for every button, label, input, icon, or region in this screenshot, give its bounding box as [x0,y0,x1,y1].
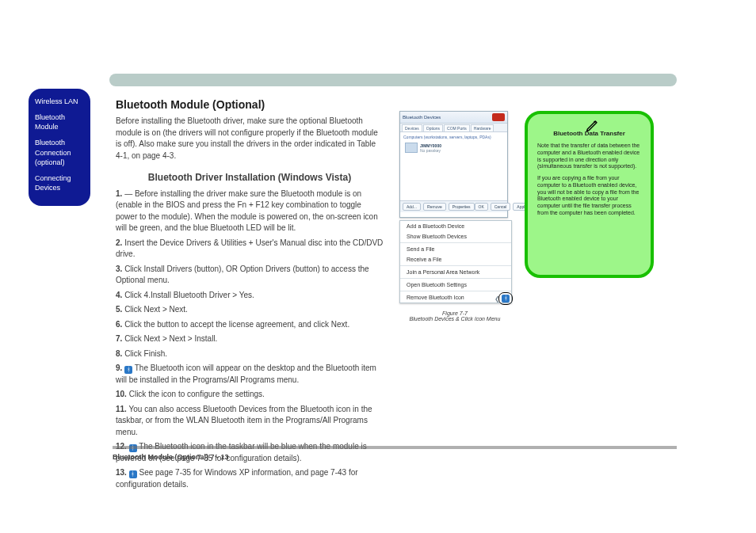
menu-separator [400,265,511,266]
cancel-button[interactable]: Cancel [491,203,511,211]
step-text: Insert the Device Drivers & Utilities + … [116,238,383,259]
section-bar [109,74,677,86]
device-name: JIMMY0000 [420,143,441,148]
step-text: Click the button to accept the license a… [124,320,349,329]
dialog-title-text: Bluetooth Devices [403,115,441,120]
step: 11. You can also access Bluetooth Device… [116,404,384,439]
device-status: No passkey [420,148,441,153]
step: 1. — Before installing the driver make s… [116,188,384,234]
ctx-send-file[interactable]: Send a File [400,244,511,254]
bluetooth-tray-icon[interactable]: ᚼ [502,295,510,303]
remove-button[interactable]: Remove [423,203,446,211]
tab-hardware[interactable]: Hardware [471,124,494,131]
footer-divider [113,446,677,449]
footer-left: Bluetooth Module (Optional) 7 - 13 [113,453,229,461]
note-body-1: Note that the transfer of data between t… [537,143,641,170]
sidebar-item: Bluetooth Module [35,112,84,131]
sidebar-panel: Wireless LAN Bluetooth Module Bluetooth … [29,89,90,206]
step: 6. Click the button to accept the licens… [116,319,384,331]
step-text: Click Next > Next > Install. [124,334,217,343]
note-panel: Bluetooth Data Transfer Note that the tr… [525,111,654,278]
step-text: Click Finish. [124,349,167,358]
device-item[interactable]: JIMMY0000 No passkey [403,141,504,154]
note-body-2: If you are copying a file from your comp… [537,175,641,217]
ctx-join-pan[interactable]: Join a Personal Area Network [400,267,511,277]
menu-separator [400,278,511,279]
step-text: Click Install Drivers (button), OR Optio… [116,265,369,285]
step-text: — Before installing the driver make sure… [116,189,378,233]
page-heading: Bluetooth Module (Optional) [116,97,384,112]
ctx-add-device[interactable]: Add a Bluetooth Device [400,221,511,231]
bluetooth-devices-dialog: Bluetooth Devices Devices Options COM Po… [399,111,508,218]
list-group-label: Computers (workstations, servers, laptop… [403,135,504,139]
step: 4. Click 4.Install Bluetooth Driver > Ye… [116,290,384,302]
step-text: See page 7-35 for Windows XP information… [116,468,358,489]
step: 7. Click Next > Next > Install. [116,333,384,345]
tab-comports[interactable]: COM Ports [444,124,470,131]
ctx-open-settings[interactable]: Open Bluetooth Settings [400,280,511,290]
add-button[interactable]: Add... [403,203,421,211]
step: 10. Click the icon to configure the sett… [116,389,384,401]
sidebar-item: Bluetooth Connection (optional) [35,138,84,166]
menu-separator [400,291,511,291]
figure-caption: Figure 7-7 Bluetooth Devices & Click Ico… [399,310,510,322]
ok-button[interactable]: OK [475,203,488,211]
close-icon[interactable] [492,113,505,121]
pen-icon [585,117,601,133]
step: 8. Click Finish. [116,348,384,360]
ctx-show-devices[interactable]: Show Bluetooth Devices [400,231,511,242]
step-text: Click the icon to configure the settings… [129,390,265,398]
tray-highlight-circle: ᚼ [498,292,513,305]
bluetooth-icon: ᚼ [124,366,132,374]
step-text: You can also access Bluetooth Devices fr… [116,405,372,436]
step: 3. Click Install Drivers (button), OR Op… [116,264,384,287]
step-text: Click Next > Next. [124,305,188,314]
dialog-body: Computers (workstations, servers, laptop… [400,132,507,200]
step-text: The Bluetooth icon will appear on the de… [116,364,376,384]
step: 2. Insert the Device Drivers & Utilities… [116,238,384,261]
step: 5. Click Next > Next. [116,304,384,316]
bluetooth-context-menu: Add a Bluetooth Device Show Bluetooth De… [399,220,512,303]
page-footer: Bluetooth Module (Optional) 7 - 13 [113,453,677,461]
body-text: Bluetooth Module (Optional) Before insta… [116,97,384,493]
step: 9. ᚼ The Bluetooth icon will appear on t… [116,363,384,386]
sidebar-item: Connecting Devices [35,173,84,192]
tab-devices[interactable]: Devices [402,124,422,131]
ctx-receive-file[interactable]: Receive a File [400,254,511,265]
sidebar-item: Wireless LAN [35,97,84,106]
bluetooth-icon: ᚼ [129,470,137,478]
computer-icon [405,143,418,153]
intro-text: Before installing the Bluetooth driver, … [116,116,384,162]
step-text: Click 4.Install Bluetooth Driver > Yes. [124,291,254,299]
step: 13. ᚼ See page 7-35 for Windows XP infor… [116,467,384,490]
menu-separator [400,242,511,243]
section-title: Bluetooth Driver Installation (Windows V… [116,171,384,185]
dialog-tabs: Devices Options COM Ports Hardware [400,124,507,132]
tab-options[interactable]: Options [423,124,443,131]
properties-button[interactable]: Properties [449,203,475,211]
